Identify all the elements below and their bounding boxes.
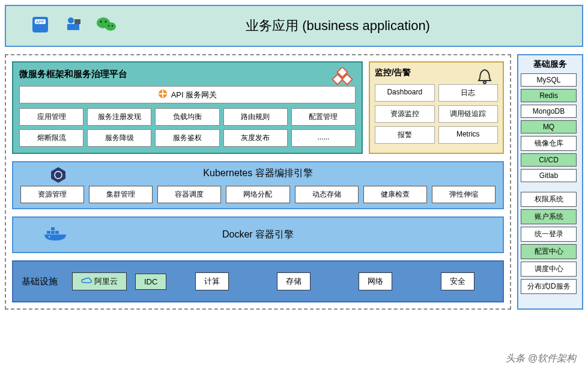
architecture-container: 微服务框架和服务治理平台 API 服务网关 应用管理服务注册发现负载均衡路由规则… [5,54,511,310]
service-item: 分布式ID服务 [521,279,577,294]
app-icons: APP [30,14,118,37]
infrastructure: 基础设施 阿里云 IDC 计算存储网络安全 [12,260,504,302]
alert-cell: 报警 [375,126,435,144]
service-item: 账户系统 [521,209,577,224]
k8s-icon [49,166,67,186]
micro-cell: 负载均衡 [155,108,219,126]
svg-point-8 [100,21,102,23]
user-desk-icon [62,14,83,37]
kubernetes-engine: Kubernetes 容器编排引擎 资源管理集群管理容器调度网络分配动态存储健康… [12,161,504,209]
k8s-cell: 集群管理 [89,186,153,203]
micro-cell: 路由规则 [223,108,288,126]
micro-cell: 服务注册发现 [87,108,151,126]
business-application-header: APP 业务应用 (business application) [5,5,583,47]
k8s-cell: 网络分配 [226,186,289,203]
svg-point-16 [483,81,486,84]
micro-cell: 应用管理 [19,108,83,126]
docker-engine: Docker 容器引擎 [12,216,504,253]
micro-cell: 熔断限流 [19,129,83,147]
service-item: CI/CD [521,153,577,167]
service-item: MongoDB [521,105,577,118]
cloud-icon [81,277,92,286]
svg-text:APP: APP [36,20,44,24]
infra-idc: IDC [135,274,166,290]
k8s-cell: 容器调度 [157,186,221,203]
infra-cell: 存储 [277,272,311,290]
docker-icon [43,225,70,245]
infra-cell: 网络 [359,272,392,290]
svg-point-11 [112,25,113,26]
micro-cell: 服务鉴权 [155,129,219,147]
watermark: 头条 @软件架构 [506,352,576,365]
alert-cell: 资源监控 [375,105,435,123]
service-item: 镜像仓库 [521,136,577,151]
svg-point-7 [105,22,116,31]
header-title: 业务应用 (business application) [118,17,558,35]
k8s-title: Kubernetes 容器编排引擎 [20,167,496,180]
microservice-title: 微服务框架和服务治理平台 [19,69,356,80]
micro-cell: 灰度发布 [223,129,288,147]
infra-title: 基础设施 [22,276,64,287]
gateway-icon [158,89,168,100]
alert-cell: Dashboard [375,84,435,102]
k8s-cell: 健康检查 [363,186,427,203]
service-item: MySQL [521,73,577,87]
service-item: 配置中心 [521,244,577,259]
svg-point-9 [105,21,107,23]
svg-marker-17 [51,167,65,183]
app-icon: APP [30,14,50,37]
svg-point-10 [108,25,109,26]
svg-point-23 [49,236,50,238]
infra-aliyun: 阿里云 [72,272,127,290]
monitoring-alerts: 监控/告警 Dashboard日志资源监控调用链追踪报警Metrics [369,61,504,154]
infra-cell: 安全 [441,272,474,290]
wechat-icon [95,14,118,37]
svg-rect-20 [51,231,55,234]
microservice-platform: 微服务框架和服务治理平台 API 服务网关 应用管理服务注册发现负载均衡路由规则… [12,61,363,154]
alert-cell: 调用链追踪 [438,105,499,123]
svg-rect-4 [67,24,79,30]
service-item: 权限系统 [521,192,577,207]
micro-cell: ...... [291,129,356,147]
svg-point-3 [68,17,74,23]
service-item: 调度中心 [521,262,577,277]
service-item: Gitlab [521,169,577,182]
svg-rect-19 [47,231,50,234]
svg-rect-0 [32,17,48,32]
cubes-icon [332,67,354,89]
infra-cell: 计算 [195,272,229,290]
svg-rect-21 [55,231,59,234]
alert-cell: Metrics [438,126,499,144]
svg-rect-5 [74,19,80,24]
basic-services-title: 基础服务 [533,59,567,70]
service-item: Redis [521,89,577,102]
svg-rect-22 [51,227,55,230]
service-item: MQ [521,120,577,133]
service-item: 统一登录 [521,227,577,242]
basic-services-panel: 基础服务 MySQLRedisMongoDBMQ镜像仓库CI/CDGitlab … [517,54,583,310]
k8s-cell: 动态存储 [295,186,359,203]
micro-cell: 服务降级 [87,129,151,147]
bell-icon [476,67,493,88]
micro-cell: 配置管理 [291,108,356,126]
k8s-cell: 弹性伸缩 [432,186,496,203]
api-gateway: API 服务网关 [19,86,356,103]
k8s-cell: 资源管理 [20,186,84,203]
